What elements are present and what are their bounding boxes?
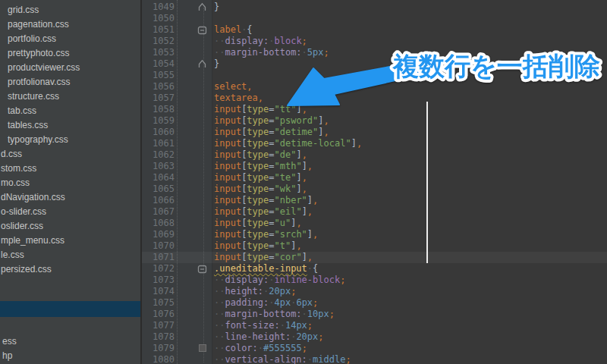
line-number: 1052	[142, 36, 175, 47]
code-line[interactable]: 1055	[142, 70, 607, 81]
tree-item[interactable]: le.css	[0, 248, 140, 262]
tree-item[interactable]: typography.css	[0, 133, 140, 147]
tree-item-label: mo.css	[1, 177, 30, 188]
fold-end-icon[interactable]	[197, 59, 207, 69]
color-preview-icon	[199, 344, 206, 352]
code-line[interactable]: 1074··height:·20px;	[142, 286, 607, 297]
line-number: 1080	[142, 354, 175, 364]
code-line[interactable]: 1062input[type="de"],	[142, 149, 607, 161]
tree-item[interactable]: ess	[0, 334, 140, 349]
code-line[interactable]: 1071input[type="cor"],	[142, 252, 607, 263]
code-text: input[type="cor"],	[214, 252, 313, 263]
line-number: 1051	[142, 24, 175, 36]
code-line[interactable]: 1056select,	[142, 81, 607, 93]
tree-item[interactable]: tab.css	[0, 104, 140, 118]
code-line[interactable]: 1052··display:·block;	[142, 36, 607, 47]
tree-item-label: prettyphoto.css	[8, 48, 69, 58]
project-tree-panel[interactable]: grid.csspagenation.cssportfolio.cssprett…	[0, 0, 142, 364]
line-number: 1055	[142, 70, 175, 81]
tree-item[interactable]: protfolionav.css	[0, 75, 140, 89]
code-line[interactable]: 1079··color:·#555555;	[142, 343, 607, 354]
tree-item-label: tab.css	[8, 105, 36, 116]
fold-end-icon[interactable]	[197, 2, 207, 12]
code-line[interactable]: 1066input[type="nber"],	[142, 195, 607, 206]
tree-item[interactable]: o-slider.css	[0, 205, 140, 219]
line-number: 1069	[142, 229, 175, 240]
tree-item[interactable]: stom.css	[0, 162, 140, 176]
tree-item-label: le.css	[1, 249, 24, 260]
tree-item[interactable]: dNavigation.css	[0, 190, 140, 205]
code-line[interactable]: 1069input[type="srch"],	[142, 229, 607, 240]
tree-item-label: oslider.css	[1, 221, 43, 231]
code-line[interactable]: 1067input[type="eil"],	[142, 206, 607, 218]
line-number: 1057	[142, 93, 175, 104]
code-text: select,	[214, 81, 253, 93]
code-text: .uneditable-input·{	[214, 263, 318, 275]
tree-item-label: protfolionav.css	[8, 77, 70, 87]
tree-item[interactable]: prettyphoto.css	[0, 46, 140, 61]
line-number: 1061	[142, 138, 175, 149]
code-text: }	[214, 58, 219, 70]
tree-item[interactable]: persized.css	[0, 262, 140, 277]
tree-item[interactable]: pagenation.css	[0, 17, 140, 32]
code-line[interactable]: 1051label·{	[142, 24, 607, 36]
line-number: 1059	[142, 115, 175, 127]
code-text: input[type="psword"],	[214, 115, 329, 127]
code-line[interactable]: 1078··line-height:·20px;	[142, 331, 607, 343]
tree-item[interactable]: oslider.css	[0, 219, 140, 234]
tree-item[interactable]: tables.css	[0, 118, 140, 133]
tree-item-label: pagenation.css	[8, 19, 69, 30]
code-text: input[type="srch"],	[214, 229, 318, 240]
code-editor[interactable]: 1049}10501051label·{1052··display:·block…	[142, 0, 607, 364]
tree-item-label: portfolio.css	[8, 33, 56, 44]
code-line[interactable]: 1061input[type="detime-local"],	[142, 138, 607, 149]
code-line[interactable]: 1076··margin-bottom:·10px;	[142, 309, 607, 320]
fold-collapse-icon[interactable]	[197, 25, 207, 35]
code-line[interactable]: 1050	[142, 13, 607, 24]
tree-item[interactable]: grid.css	[0, 3, 140, 17]
code-line[interactable]: 1080··vertical-align:·middle;	[142, 354, 607, 364]
line-number: 1072	[142, 263, 175, 275]
code-line[interactable]: 1064input[type="te"],	[142, 172, 607, 184]
code-line[interactable]: 1053··margin-bottom:·5px;	[142, 47, 607, 58]
code-line[interactable]: 1075··padding:·4px·6px;	[142, 297, 607, 309]
code-line[interactable]: 1060input[type="detime"],	[142, 127, 607, 138]
tree-item-label: typography.css	[8, 134, 68, 145]
line-number: 1056	[142, 81, 175, 93]
tree-item[interactable]: portfolio.css	[0, 32, 140, 46]
code-line[interactable]: 1063input[type="mth"],	[142, 161, 607, 172]
code-text: ··margin-bottom:·5px;	[214, 47, 329, 58]
code-line[interactable]: 1049}	[142, 2, 607, 13]
line-number: 1068	[142, 218, 175, 229]
code-text: ··height:·20px;	[214, 286, 296, 297]
tree-item-label: persized.css	[1, 264, 52, 275]
line-number: 1063	[142, 161, 175, 172]
code-line[interactable]: 1054}	[142, 58, 607, 70]
line-number: 1062	[142, 149, 175, 161]
code-line[interactable]: 1065input[type="wk"],	[142, 184, 607, 195]
tree-item[interactable]: mple_menu.css	[0, 234, 140, 248]
tree-item-selected[interactable]	[0, 301, 140, 317]
code-text: textarea,	[214, 93, 263, 104]
code-line[interactable]: 1058input[type="tt"],	[142, 104, 607, 115]
tree-item[interactable]: productviewer.css	[0, 61, 140, 75]
code-text: ··vertical-align:·middle;	[214, 354, 351, 364]
code-line[interactable]: 1077··font-size:·14px;	[142, 320, 607, 331]
code-line[interactable]: 1072.uneditable-input·{	[142, 263, 607, 275]
code-text: input[type="mth"],	[214, 161, 313, 172]
tree-item[interactable]: hp	[0, 349, 140, 363]
line-number: 1073	[142, 275, 175, 286]
code-line[interactable]: 1073··display:·inline-block;	[142, 275, 607, 286]
code-line[interactable]: 1057textarea,	[142, 93, 607, 104]
line-number: 1077	[142, 320, 175, 331]
multiline-caret	[426, 102, 428, 263]
tree-item-label: o-slider.css	[1, 206, 46, 217]
tree-item-label: mple_menu.css	[1, 235, 64, 246]
tree-item[interactable]: d.css	[0, 147, 140, 162]
tree-item[interactable]: structure.css	[0, 89, 140, 104]
tree-item[interactable]: mo.css	[0, 176, 140, 190]
code-line[interactable]: 1068input[type="u"],	[142, 218, 607, 229]
code-line[interactable]: 1070input[type="t"],	[142, 240, 607, 252]
fold-collapse-icon[interactable]	[197, 264, 207, 274]
code-line[interactable]: 1059input[type="psword"],	[142, 115, 607, 127]
